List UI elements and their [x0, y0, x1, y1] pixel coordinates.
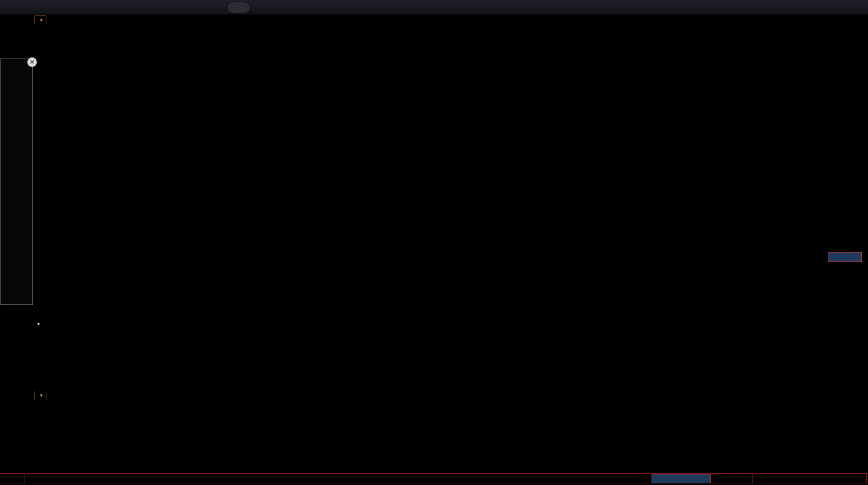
quote-info-panel: ✕	[0, 59, 33, 305]
chevron-down-icon: ▼	[39, 391, 44, 400]
zoom-pill	[227, 2, 250, 13]
main-indicator-header: ▼	[35, 16, 51, 25]
selected-date-badge	[652, 474, 711, 483]
volume-indicator-dropdown[interactable]: ▼	[35, 319, 41, 327]
crosshair-price-label	[828, 252, 862, 262]
chevron-down-icon: ▼	[36, 322, 41, 327]
main-indicator-dropdown[interactable]: ▼	[35, 16, 46, 25]
date-axis	[0, 473, 868, 483]
stock-app-window: ▼ ✕ ▼ ▼	[0, 0, 868, 485]
oscillator-indicator-dropdown[interactable]: ▼	[35, 391, 46, 400]
chart-canvas[interactable]	[0, 0, 868, 485]
chevron-down-icon: ▼	[39, 16, 44, 25]
axis-divider	[866, 474, 867, 483]
close-icon[interactable]: ✕	[27, 57, 37, 67]
top-toolbar	[0, 0, 868, 14]
volume-indicator-header: ▼	[35, 319, 853, 327]
axis-divider	[25, 474, 25, 483]
year-divider-tick	[753, 474, 753, 483]
oscillator-indicator-header: ▼	[35, 391, 51, 400]
